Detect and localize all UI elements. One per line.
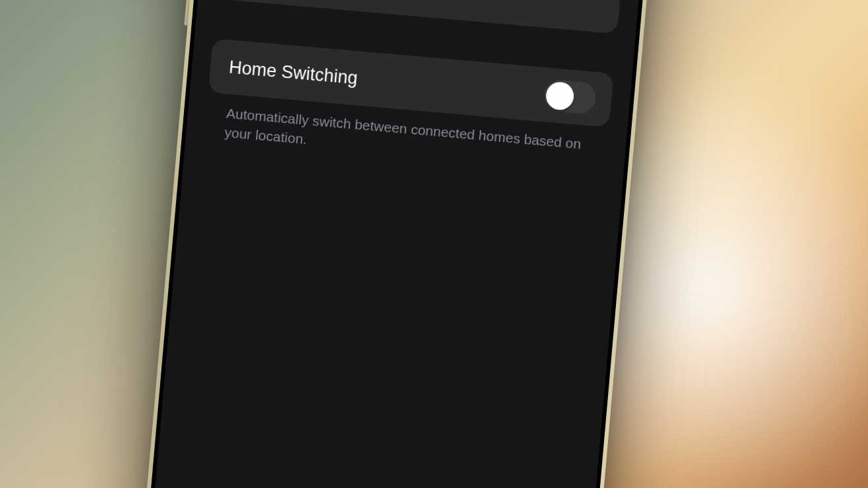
home-switching-label: Home Switching [228,57,359,89]
homes-sheet: Edit Homes Done HOMES [147,0,658,488]
home-switching-toggle[interactable] [542,79,597,115]
phone-frame: 12:44 100 [138,0,672,488]
add-home-label: Add Home... [236,0,602,17]
homes-list: My Home [216,0,630,34]
add-home-button[interactable]: Add Home... [216,0,621,34]
phone-screen: 12:44 100 [147,0,663,488]
